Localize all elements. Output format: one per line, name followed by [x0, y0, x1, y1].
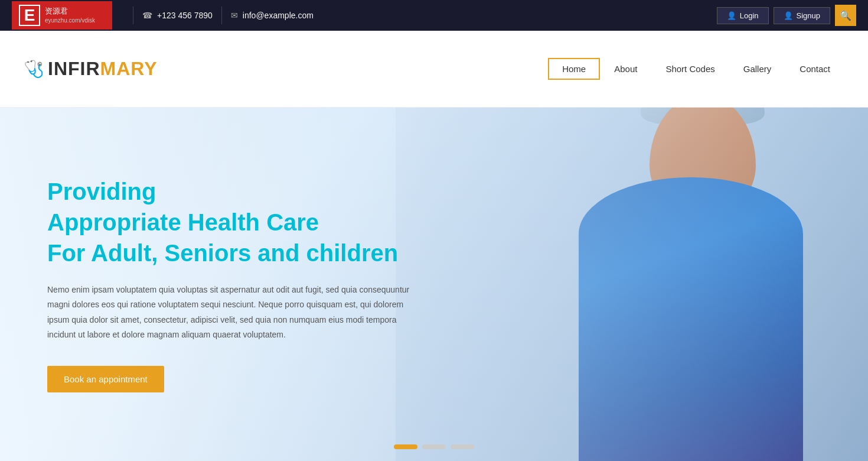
logo-block[interactable]: E 资源君 eyunzhu.com/vdisk — [12, 1, 112, 30]
signup-label: Signup — [797, 11, 820, 20]
nav-links: Home About Short Codes Gallery Contact — [548, 58, 844, 80]
divider-1 — [133, 7, 133, 24]
hero-section: Providing Appropriate Health Care For Ad… — [0, 108, 868, 461]
brand[interactable]: 🩺 INFIRMARY — [24, 58, 158, 80]
hero-title-line3: For Adult, Seniors and children — [47, 240, 398, 266]
nav-link-contact[interactable]: Contact — [785, 58, 844, 80]
login-user-icon: 👤 — [727, 11, 736, 20]
doctor-body — [579, 177, 803, 461]
brand-text-infir: INFIR — [48, 58, 100, 79]
nav-item-shortcodes[interactable]: Short Codes — [651, 58, 729, 80]
nav-item-about[interactable]: About — [600, 58, 651, 80]
logo-chinese: 资源君 — [45, 7, 95, 17]
top-bar-actions: 👤 Login 👤 Signup 🔍 — [717, 5, 856, 26]
hero-title: Providing Appropriate Health Care For Ad… — [47, 176, 413, 268]
nav-item-home[interactable]: Home — [548, 58, 600, 80]
logo-url: eyunzhu.com/vdisk — [45, 17, 95, 24]
doctor-cap — [641, 108, 765, 124]
navbar: 🩺 INFIRMARY Home About Short Codes Galle… — [0, 31, 868, 108]
nav-link-home[interactable]: Home — [548, 58, 600, 80]
logo-text: 资源君 eyunzhu.com/vdisk — [45, 7, 95, 24]
hero-content: Providing Appropriate Health Care For Ad… — [0, 152, 461, 416]
email-icon: ✉ — [231, 11, 238, 20]
carousel-dot-1[interactable] — [394, 444, 417, 449]
email-contact: ✉ info@example.com — [231, 11, 314, 20]
appointment-button[interactable]: Book an appointment — [47, 366, 164, 392]
hero-title-line2: Appropriate Health Care — [47, 209, 319, 235]
hero-background — [396, 108, 868, 461]
nav-link-about[interactable]: About — [600, 58, 651, 80]
phone-icon: ☎ — [142, 11, 152, 20]
hero-description: Nemo enim ipsam voluptatem quia voluptas… — [47, 283, 413, 342]
email-address: info@example.com — [243, 11, 314, 20]
login-button[interactable]: 👤 Login — [717, 7, 769, 24]
logo-e-letter: E — [19, 5, 40, 26]
nav-item-contact[interactable]: Contact — [785, 58, 844, 80]
carousel-dot-3[interactable] — [451, 444, 474, 449]
phone-number: +123 456 7890 — [157, 11, 213, 20]
search-button[interactable]: 🔍 — [835, 5, 856, 26]
nav-item-gallery[interactable]: Gallery — [729, 58, 786, 80]
signup-button[interactable]: 👤 Signup — [774, 7, 830, 24]
nav-link-shortcodes[interactable]: Short Codes — [651, 58, 729, 80]
phone-contact: ☎ +123 456 7890 — [142, 11, 213, 20]
search-icon: 🔍 — [840, 10, 851, 21]
brand-text: INFIRMARY — [48, 58, 158, 80]
carousel-dots — [394, 444, 474, 449]
signup-user-icon: 👤 — [784, 11, 793, 20]
doctor-figure — [526, 118, 821, 461]
hero-title-line1: Providing — [47, 178, 156, 204]
brand-text-mary: MARY — [100, 58, 158, 79]
top-bar: E 资源君 eyunzhu.com/vdisk ☎ +123 456 7890 … — [0, 0, 868, 31]
nav-link-gallery[interactable]: Gallery — [729, 58, 786, 80]
brand-icon: 🩺 — [24, 59, 44, 79]
divider-2 — [221, 7, 222, 24]
carousel-dot-2[interactable] — [422, 444, 446, 449]
login-label: Login — [740, 11, 759, 20]
doctor-head — [650, 108, 756, 213]
